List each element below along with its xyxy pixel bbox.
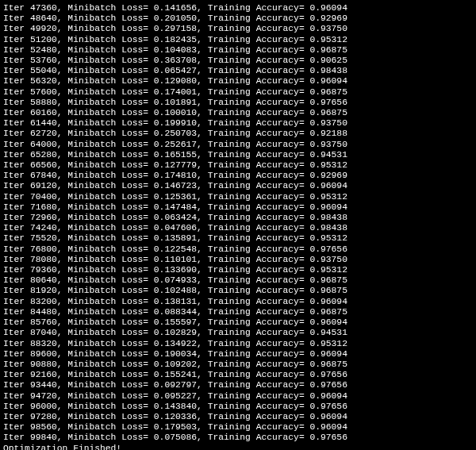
iter-value: 75520 (30, 233, 57, 243)
accuracy-value: 0.95312 (309, 233, 347, 243)
iter-value: 80640 (30, 275, 57, 285)
iter-value: 48640 (30, 13, 57, 23)
iter-value: 52480 (30, 45, 57, 55)
iter-value: 87040 (30, 328, 57, 337)
iter-value: 57600 (30, 87, 57, 97)
loss-value: 0.122548 (154, 244, 197, 254)
iter-value: 88320 (30, 339, 57, 348)
accuracy-value: 0.93750 (309, 24, 347, 33)
loss-value: 0.174001 (154, 87, 197, 97)
loss-value: 0.135891 (154, 233, 197, 243)
loss-value: 0.165155 (154, 150, 197, 160)
accuracy-value: 0.96094 (309, 391, 347, 401)
iter-value: 94720 (30, 391, 57, 401)
training-log-line: Iter 67840, Minibatch Loss= 0.174810, Tr… (3, 171, 473, 181)
training-log-line: Iter 49920, Minibatch Loss= 0.297158, Tr… (3, 24, 473, 34)
accuracy-value: 0.94531 (309, 328, 347, 337)
accuracy-value: 0.96875 (309, 360, 347, 369)
training-log-line: Iter 72960, Minibatch Loss= 0.063424, Tr… (3, 213, 473, 223)
training-log-line: Iter 69120, Minibatch Loss= 0.146723, Tr… (3, 181, 473, 191)
iter-value: 60160 (30, 108, 57, 117)
iter-value: 65280 (30, 150, 57, 160)
training-log-line: Iter 80640, Minibatch Loss= 0.074933, Tr… (3, 275, 473, 286)
training-log-line: Iter 88320, Minibatch Loss= 0.134922, Tr… (3, 339, 473, 349)
training-log-line: Iter 75520, Minibatch Loss= 0.135891, Tr… (3, 233, 473, 244)
training-log-line: Iter 76800, Minibatch Loss= 0.122548, Tr… (3, 244, 473, 255)
iter-value: 90880 (30, 360, 57, 369)
training-log-line: Iter 94720, Minibatch Loss= 0.095227, Tr… (3, 391, 473, 402)
training-log-line: Iter 99840, Minibatch Loss= 0.075086, Tr… (3, 433, 473, 443)
loss-value: 0.146723 (154, 181, 197, 190)
training-log-line: Iter 89600, Minibatch Loss= 0.190034, Tr… (3, 349, 473, 360)
accuracy-value: 0.95312 (309, 160, 347, 170)
loss-value: 0.133690 (154, 265, 197, 275)
iter-value: 98560 (30, 422, 57, 432)
loss-value: 0.120336 (154, 412, 197, 421)
loss-value: 0.179503 (154, 422, 197, 432)
accuracy-value: 0.96875 (309, 286, 347, 295)
accuracy-value: 0.92188 (309, 129, 347, 138)
iter-value: 61440 (30, 118, 57, 128)
training-log-line: Iter 48640, Minibatch Loss= 0.201050, Tr… (3, 13, 473, 24)
accuracy-value: 0.95312 (309, 339, 347, 348)
training-log-line: Iter 79360, Minibatch Loss= 0.133690, Tr… (3, 265, 473, 275)
loss-value: 0.138131 (154, 297, 197, 306)
iter-value: 84480 (30, 307, 57, 317)
loss-value: 0.190034 (154, 349, 197, 359)
loss-value: 0.102829 (154, 328, 197, 337)
loss-value: 0.147484 (154, 202, 197, 212)
training-log-line: Iter 74240, Minibatch Loss= 0.047606, Tr… (3, 223, 473, 233)
training-log-line: Iter 65280, Minibatch Loss= 0.165155, Tr… (3, 150, 473, 160)
accuracy-value: 0.98438 (309, 223, 347, 233)
loss-value: 0.109202 (154, 360, 197, 369)
training-log-line: Iter 78080, Minibatch Loss= 0.110101, Tr… (3, 255, 473, 265)
accuracy-value: 0.93750 (309, 140, 347, 149)
accuracy-value: 0.96094 (309, 297, 347, 306)
training-log-line: Iter 96000, Minibatch Loss= 0.143840, Tr… (3, 402, 473, 412)
loss-value: 0.182435 (154, 35, 197, 44)
accuracy-value: 0.92969 (309, 13, 347, 23)
iter-value: 74240 (30, 223, 57, 233)
iter-value: 55040 (30, 66, 57, 75)
iter-value: 67840 (30, 171, 57, 180)
accuracy-value: 0.96094 (309, 76, 347, 86)
iter-value: 85760 (30, 317, 57, 327)
accuracy-value: 0.96875 (309, 307, 347, 317)
training-log-line: Iter 90880, Minibatch Loss= 0.109202, Tr… (3, 360, 473, 370)
iter-value: 70400 (30, 192, 57, 202)
training-log-line: Iter 85760, Minibatch Loss= 0.155597, Tr… (3, 317, 473, 328)
loss-value: 0.047606 (154, 223, 197, 233)
loss-value: 0.104083 (154, 45, 197, 55)
training-log-line: Iter 61440, Minibatch Loss= 0.199910, Tr… (3, 118, 473, 129)
accuracy-value: 0.93750 (309, 118, 347, 128)
loss-value: 0.095227 (154, 391, 197, 401)
accuracy-value: 0.96094 (309, 349, 347, 359)
loss-value: 0.143840 (154, 402, 197, 411)
loss-value: 0.201050 (154, 13, 197, 23)
training-log-line: Iter 60160, Minibatch Loss= 0.100010, Tr… (3, 108, 473, 118)
iter-value: 49920 (30, 24, 57, 33)
loss-value: 0.065427 (154, 66, 197, 75)
accuracy-value: 0.96094 (309, 412, 347, 421)
accuracy-value: 0.97656 (309, 98, 347, 107)
loss-value: 0.174810 (154, 171, 197, 180)
loss-value: 0.110101 (154, 255, 197, 264)
loss-value: 0.063424 (154, 213, 197, 222)
accuracy-value: 0.96875 (309, 45, 347, 55)
training-log-line: Iter 56320, Minibatch Loss= 0.129080, Tr… (3, 76, 473, 87)
iter-value: 83200 (30, 297, 57, 306)
loss-value: 0.155597 (154, 317, 197, 327)
training-log-line: Iter 55040, Minibatch Loss= 0.065427, Tr… (3, 66, 473, 76)
training-log-line: Iter 57600, Minibatch Loss= 0.174001, Tr… (3, 87, 473, 98)
iter-value: 92160 (30, 370, 57, 379)
accuracy-value: 0.97656 (309, 402, 347, 411)
loss-value: 0.075086 (154, 433, 197, 442)
accuracy-value: 0.96875 (309, 275, 347, 285)
loss-value: 0.155241 (154, 370, 197, 379)
training-log-line: Iter 98560, Minibatch Loss= 0.179503, Tr… (3, 422, 473, 433)
accuracy-value: 0.96875 (309, 87, 347, 97)
iter-value: 64000 (30, 140, 57, 149)
training-log-line: Iter 92160, Minibatch Loss= 0.155241, Tr… (3, 370, 473, 380)
accuracy-value: 0.97656 (309, 380, 347, 390)
training-log-line: Iter 58880, Minibatch Loss= 0.101891, Tr… (3, 98, 473, 108)
